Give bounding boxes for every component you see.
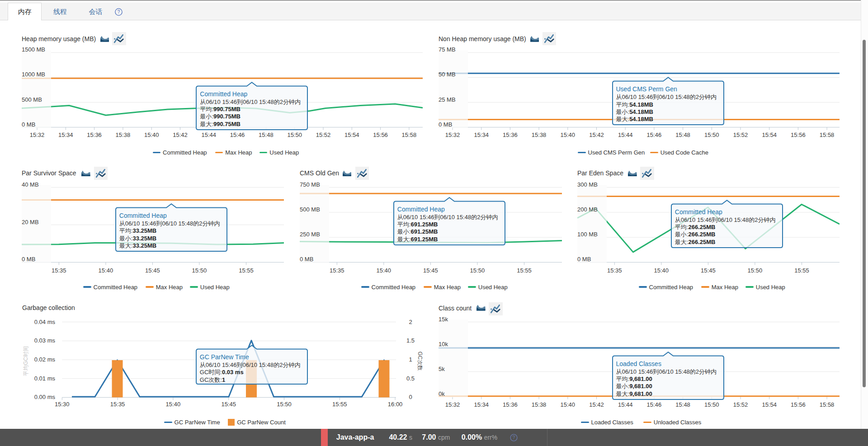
svg-text:?: ?	[513, 435, 515, 440]
svg-text:?: ?	[118, 9, 120, 14]
